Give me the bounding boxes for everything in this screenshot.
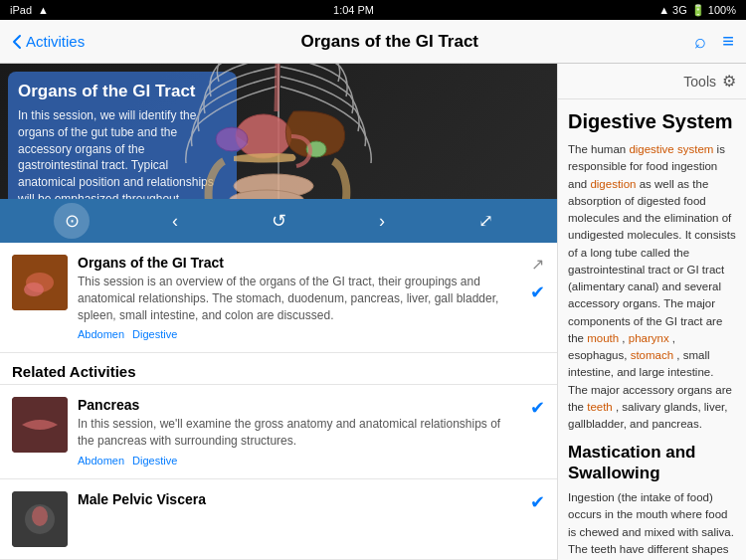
pancreas-check-icon: ✔ [530, 397, 545, 419]
back-label: Activities [26, 33, 85, 50]
pancreas-tags: Abdomen Digestive [78, 455, 520, 467]
svg-point-11 [24, 282, 44, 296]
svg-line-8 [277, 64, 279, 111]
article-content: Digestive System The human digestive sys… [558, 99, 746, 560]
expand-button[interactable]: ⤢ [467, 203, 503, 239]
signal-icon: ▲ 3G [658, 4, 687, 16]
link-pharynx[interactable]: pharynx [629, 332, 669, 344]
tag-digestive[interactable]: Digestive [132, 328, 177, 340]
link-digestive-system[interactable]: digestive system [629, 143, 713, 155]
svg-point-15 [32, 506, 48, 526]
link-digestion[interactable]: digestion [590, 178, 636, 190]
article-p1: The human digestive system is responsibl… [568, 141, 736, 433]
status-time: 1:04 PM [333, 4, 374, 16]
nav-right-icons: ⌕ ≡ [694, 30, 734, 53]
tag-abdomen[interactable]: Abdomen [78, 328, 124, 340]
male-pelvic-thumb [12, 491, 68, 547]
male-pelvic-list-item[interactable]: Male Pelvic Viscera ✔ [0, 479, 557, 560]
nav-bar: Activities Organs of the GI Tract ⌕ ≡ [0, 20, 746, 64]
article-h2: Mastication and Swallowing [568, 443, 736, 483]
current-item-actions: ↗ ✔ [530, 255, 545, 303]
wifi-icon: ▲ [38, 4, 49, 16]
current-list-item[interactable]: Organs of the GI Tract This session is a… [0, 243, 557, 353]
play-button[interactable]: ⊙ [54, 203, 90, 239]
related-header: Related Activities [0, 353, 557, 385]
svg-point-6 [216, 127, 248, 151]
main-layout: Organs of the GI Tract In this session, … [0, 64, 746, 560]
current-item-title: Organs of the GI Tract [78, 255, 520, 271]
status-left: iPad ▲ [10, 4, 49, 16]
article-p2: Ingestion (the intake of food) occurs in… [568, 489, 736, 560]
share-icon[interactable]: ↗ [531, 255, 544, 274]
search-icon[interactable]: ⌕ [694, 30, 706, 53]
link-mouth[interactable]: mouth [587, 332, 619, 344]
content-list: Organs of the GI Tract This session is a… [0, 243, 557, 560]
pancreas-thumb [12, 397, 68, 453]
current-item-tags: Abdomen Digestive [78, 328, 520, 340]
control-bar: ⊙ ‹ ↺ › ⤢ [0, 199, 557, 243]
pancreas-tag-abdomen[interactable]: Abdomen [78, 455, 124, 467]
anatomy-svg [119, 64, 438, 199]
male-pelvic-check-icon: ✔ [530, 491, 545, 513]
tools-gear-icon[interactable]: ⚙ [722, 72, 736, 91]
pancreas-tag-digestive[interactable]: Digestive [132, 455, 177, 467]
tools-header: Tools ⚙ [558, 64, 746, 99]
current-item-content: Organs of the GI Tract This session is a… [78, 255, 520, 340]
pancreas-item-content: Pancreas In this session, we'll examine … [78, 397, 520, 467]
nav-title: Organs of the GI Tract [300, 32, 478, 52]
viewer-area[interactable]: Organs of the GI Tract In this session, … [0, 64, 557, 199]
refresh-button[interactable]: ↺ [261, 203, 296, 239]
male-pelvic-actions: ✔ [530, 491, 545, 513]
left-panel: Organs of the GI Tract In this session, … [0, 64, 557, 560]
pancreas-desc: In this session, we'll examine the gross… [78, 416, 520, 450]
anatomy-illustration [0, 64, 557, 199]
link-teeth[interactable]: teeth [587, 401, 613, 413]
link-stomach[interactable]: stomach [631, 349, 673, 361]
battery-icon: 🔋 100% [691, 4, 736, 17]
related-label: Related Activities [12, 363, 136, 380]
current-item-desc: This session is an overview of the organ… [78, 274, 520, 323]
back-button[interactable]: Activities [12, 33, 85, 50]
pancreas-actions: ✔ [530, 397, 545, 419]
status-bar: iPad ▲ 1:04 PM ▲ 3G 🔋 100% [0, 0, 746, 20]
right-panel: Tools ⚙ Digestive System The human diges… [557, 64, 746, 560]
check-icon: ✔ [530, 281, 545, 303]
status-device: iPad [10, 4, 32, 16]
male-pelvic-content: Male Pelvic Viscera [78, 491, 520, 510]
prev-button[interactable]: ‹ [157, 203, 193, 239]
male-pelvic-title: Male Pelvic Viscera [78, 491, 520, 507]
tools-label: Tools [683, 74, 716, 90]
pancreas-list-item[interactable]: Pancreas In this session, we'll examine … [0, 385, 557, 479]
pancreas-title: Pancreas [78, 397, 520, 413]
next-button[interactable]: › [364, 203, 400, 239]
current-thumb [12, 255, 68, 310]
status-right: ▲ 3G 🔋 100% [658, 4, 736, 17]
article-h1: Digestive System [568, 109, 736, 133]
menu-icon[interactable]: ≡ [722, 30, 734, 53]
